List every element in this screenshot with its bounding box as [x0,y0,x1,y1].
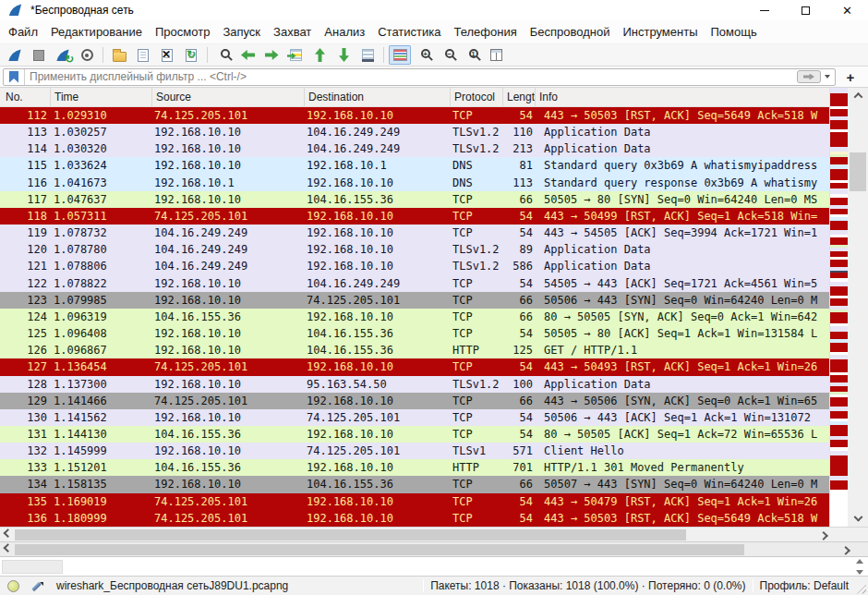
menu-file[interactable]: Файл [2,21,44,42]
packet-row-130[interactable]: 1301.141562192.168.10.1074.125.205.101TC… [0,409,829,426]
pane-scroll-left-button[interactable] [0,542,15,556]
cell-info: Application Data [536,124,829,140]
go-first-packet-button[interactable] [308,45,331,65]
colorize-packets-button[interactable] [389,45,411,65]
add-filter-button[interactable]: + [841,69,860,85]
column-header-time[interactable]: Time [51,88,152,106]
menu-analyze[interactable]: Анализ [318,21,371,42]
apply-filter-button[interactable] [797,70,821,83]
menu-capture[interactable]: Захват [267,21,318,42]
menu-edit[interactable]: Редактирование [44,21,149,42]
zoom-out-button[interactable]: − [437,45,459,65]
menu-statistics[interactable]: Статистика [371,21,447,42]
packet-row-112[interactable]: 1121.02931074.125.205.101192.168.10.10TC… [0,107,829,124]
packet-row-125[interactable]: 1251.096408192.168.10.10104.16.155.36TCP… [0,325,829,342]
zoom-in-button[interactable]: + [413,45,435,65]
close-button[interactable]: ✕ [826,0,868,20]
reload-file-button[interactable]: ↻ [180,45,202,65]
packet-row-118[interactable]: 1181.05731174.125.205.101192.168.10.10TC… [0,208,829,225]
pane-mini-scrollbar[interactable] [854,559,864,575]
cell-time: 1.136454 [51,358,152,375]
packet-row-127[interactable]: 1271.13645474.125.205.101192.168.10.10TC… [0,358,829,375]
packet-row-122[interactable]: 1221.078822192.168.10.10104.16.249.249TC… [0,275,829,292]
packet-row-132[interactable]: 1321.145999192.168.10.1074.125.205.101TL… [0,443,829,459]
column-header-no[interactable]: No. [0,88,51,106]
cell-time: 1.030257 [51,124,152,140]
display-filter-input[interactable]: Применить дисплейный фильтр ... <Ctrl-/> [3,68,836,86]
go-last-packet-button[interactable] [332,45,355,65]
packet-row-114[interactable]: 1141.030320192.168.10.10104.16.249.249TL… [0,140,829,157]
close-file-button[interactable]: ✕ [156,45,178,65]
packet-row-128[interactable]: 1281.137300192.168.10.1095.163.54.50TLSv… [0,376,829,393]
packet-row-115[interactable]: 1151.033624192.168.10.10192.168.10.1DNS8… [0,157,829,174]
gear-icon [81,49,93,61]
column-header-dst[interactable]: Destination [305,88,451,106]
save-file-button[interactable] [132,45,154,65]
packet-row-135[interactable]: 1351.16901974.125.205.101192.168.10.10TC… [0,493,829,510]
column-header-src[interactable]: Source [152,88,305,106]
open-file-button[interactable] [108,45,130,65]
go-back-button[interactable] [236,45,259,65]
packet-minimap[interactable] [829,88,848,527]
packet-row-120[interactable]: 1201.078780104.16.249.249192.168.10.10TL… [0,241,829,258]
column-header-info[interactable]: Info [536,88,829,106]
cell-src: 74.125.205.101 [152,358,305,375]
menu-wireless[interactable]: Беспроводной [524,21,617,42]
capture-options-button[interactable] [76,45,98,65]
find-packet-button[interactable] [212,45,235,65]
capture-comment-icon[interactable] [30,579,43,592]
menu-tools[interactable]: Инструменты [616,21,704,42]
resize-grip[interactable] [856,584,866,594]
packet-row-133[interactable]: 1331.151201104.16.155.36192.168.10.10HTT… [0,459,829,476]
filter-dropdown-caret[interactable] [825,75,830,79]
minimap-stripe [830,490,848,493]
go-to-packet-button[interactable] [284,45,307,65]
cell-info: 80 → 50505 [SYN, ACK] Seq=0 Ack=1 Win=64… [536,309,829,325]
menu-view[interactable]: Просмотр [149,21,216,42]
scroll-down-button[interactable] [848,512,868,527]
expert-info-button[interactable] [7,580,19,592]
restart-capture-button[interactable]: ↻ [52,45,74,65]
menu-help[interactable]: Помощь [705,21,764,42]
packet-row-117[interactable]: 1171.047637192.168.10.10104.16.155.36TCP… [0,191,829,208]
cell-info: Application Data [536,258,829,274]
filter-bookmark-button[interactable] [4,69,25,85]
cell-info: Client Hello [536,443,829,459]
resize-columns-button[interactable] [485,45,507,65]
packet-row-123[interactable]: 1231.079985192.168.10.1074.125.205.101TC… [0,292,829,309]
start-capture-button[interactable] [4,45,26,65]
packet-row-129[interactable]: 1291.14146674.125.205.101192.168.10.10TC… [0,393,829,409]
pane-scroll-right-button[interactable] [837,542,851,556]
packet-list-hscrollbar[interactable] [0,527,829,541]
cell-len: 54 [503,358,536,375]
packet-row-131[interactable]: 1311.144130104.16.155.36192.168.10.10TCP… [0,426,829,443]
hscroll-thumb[interactable] [15,529,686,540]
stop-capture-button[interactable] [28,45,50,65]
packet-row-134[interactable]: 1341.158135192.168.10.10104.16.155.36TCP… [0,476,829,492]
column-header-len[interactable]: Length [503,88,536,106]
cell-len: 81 [503,157,536,174]
packet-row-119[interactable]: 1191.078732104.16.249.249192.168.10.10TC… [0,225,829,241]
minimize-button[interactable] [743,0,785,20]
packet-row-126[interactable]: 1261.096867192.168.10.10104.16.155.36HTT… [0,342,829,358]
packet-row-116[interactable]: 1161.041673192.168.10.1192.168.10.10DNS1… [0,175,829,191]
vertical-scrollbar[interactable] [848,88,868,527]
scroll-right-button[interactable] [814,528,829,541]
maximize-button[interactable] [785,0,826,20]
menu-telephony[interactable]: Телефония [447,21,523,42]
pane-hscroll-thumb[interactable] [15,544,744,555]
zoom-normal-button[interactable]: 1 [461,45,483,65]
column-header-proto[interactable]: Protocol [451,88,503,106]
scroll-up-button[interactable] [848,88,868,103]
scroll-left-button[interactable] [0,528,15,541]
go-forward-button[interactable] [260,45,283,65]
packet-row-121[interactable]: 1211.078806104.16.249.249192.168.10.10TL… [0,258,829,274]
profile-label[interactable]: Профиль: Default [760,579,850,592]
pane-hscrollbar[interactable] [0,541,851,556]
auto-scroll-button[interactable] [356,45,379,65]
vertical-scroll-thumb[interactable] [850,152,866,191]
packet-row-136[interactable]: 1361.18099974.125.205.101192.168.10.10TC… [0,510,829,527]
packet-row-113[interactable]: 1131.030257192.168.10.10104.16.249.249TL… [0,124,829,140]
menu-go[interactable]: Запуск [216,21,267,42]
packet-row-124[interactable]: 1241.096319104.16.155.36192.168.10.10TCP… [0,309,829,325]
